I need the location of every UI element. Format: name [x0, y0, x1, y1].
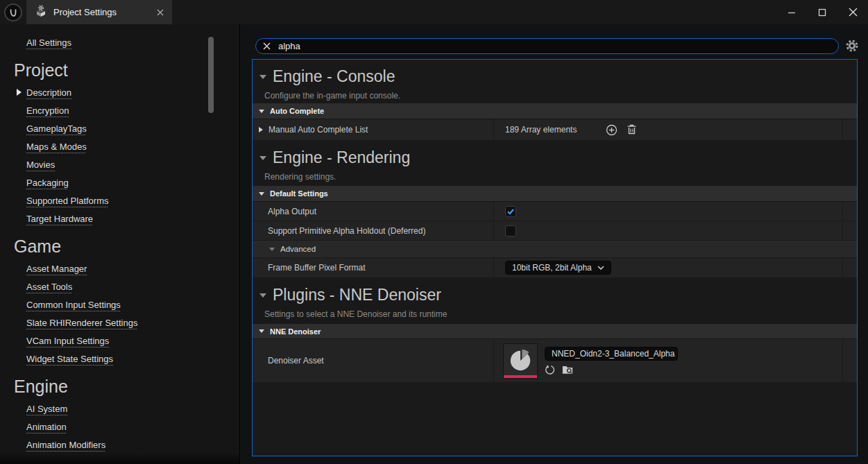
sidebar-item-description[interactable]: Description: [0, 83, 239, 101]
sidebar-item-widget-state-settings[interactable]: Widget State Settings: [0, 350, 239, 368]
browse-to-asset-icon[interactable]: [562, 365, 573, 375]
row-denoiser-asset: Denoiser Asset NNED_Oidn2-3_Balanced_Alp…: [253, 339, 857, 383]
close-button[interactable]: [837, 0, 868, 24]
sidebar-item-common-input-settings[interactable]: Common Input Settings: [0, 295, 239, 313]
section-plugins-nne-denoiser: Plugins - NNE Denoiser Settings to selec…: [253, 278, 857, 324]
array-elements-count: 189 Array elements: [505, 125, 577, 135]
sidebar-item-maps-modes[interactable]: Maps & Modes: [0, 137, 239, 155]
panel-empty-area: [253, 383, 857, 456]
holdout-checkbox-unchecked[interactable]: [505, 225, 516, 237]
row-end-cell: [842, 119, 857, 140]
sidebar-section-game: Game: [14, 234, 239, 258]
row-manual-auto-complete-list: Manual Auto Complete List 189 Array elem…: [253, 119, 857, 141]
chevron-down-icon: [597, 266, 604, 270]
property-label: Denoiser Asset: [268, 356, 324, 366]
sidebar-item-encryption[interactable]: Encryption: [0, 101, 239, 119]
collapse-category-icon: [259, 192, 264, 196]
project-settings-icon: [35, 5, 47, 20]
delete-array-elements-icon[interactable]: [627, 124, 637, 135]
tab-project-settings[interactable]: Project Settings: [26, 0, 172, 24]
sidebar-item-packaging[interactable]: Packaging: [0, 173, 239, 191]
unreal-engine-logo-icon[interactable]: [0, 0, 26, 24]
tab-close-icon[interactable]: [157, 9, 164, 16]
clear-search-icon[interactable]: [262, 41, 272, 51]
use-selected-asset-icon[interactable]: [545, 364, 555, 375]
category-auto-complete[interactable]: Auto Complete: [253, 103, 857, 119]
sidebar-section-project: Project: [14, 58, 239, 82]
sidebar-bottom-fade: [0, 453, 239, 464]
category-default-settings[interactable]: Default Settings: [253, 186, 857, 202]
title-bar: Project Settings: [0, 0, 868, 24]
sidebar-item-all-settings[interactable]: All Settings: [26, 37, 71, 48]
row-end-cell: [842, 221, 857, 240]
search-bar: [255, 38, 839, 54]
section-engine-console: Engine - Console Configure the in-game i…: [253, 60, 857, 103]
collapse-section-icon[interactable]: [259, 75, 266, 79]
section-engine-rendering: Engine - Rendering Rendering settings.: [253, 141, 857, 186]
collapse-advanced-icon: [269, 248, 275, 251]
minimize-button[interactable]: [776, 0, 807, 24]
row-end-cell: [842, 202, 857, 221]
settings-gear-icon[interactable]: [845, 39, 859, 53]
row-end-cell: [842, 258, 857, 277]
asset-thumbnail[interactable]: [503, 343, 538, 379]
add-array-element-icon[interactable]: [606, 124, 618, 136]
section-title: Plugins - NNE Denoiser: [273, 286, 441, 304]
property-label: Support Primitive Alpha Holdout (Deferre…: [268, 226, 425, 236]
denoiser-asset-dropdown[interactable]: NNED_Oidn2-3_Balanced_Alpha: [545, 347, 678, 361]
sidebar-item-vcam-input-settings[interactable]: VCam Input Settings: [0, 332, 239, 350]
maximize-button[interactable]: [807, 0, 837, 24]
property-label: Manual Auto Complete List: [269, 125, 368, 135]
sidebar-item-supported-platforms[interactable]: Supported Platforms: [0, 191, 239, 209]
sidebar-item-animation-modifiers[interactable]: Animation Modifiers: [0, 436, 239, 454]
section-subtitle: Settings to select a NNE Denoiser and it…: [264, 309, 857, 319]
expand-row-icon[interactable]: [259, 127, 263, 132]
row-end-cell: [842, 339, 857, 382]
collapse-section-icon[interactable]: [259, 156, 266, 160]
search-input[interactable]: [255, 38, 839, 54]
settings-sidebar: All Settings Project Description Encrypt…: [0, 24, 240, 464]
tab-title: Project Settings: [53, 7, 117, 17]
selected-item-arrow-icon: [17, 89, 22, 96]
sidebar-item-animation[interactable]: Animation: [0, 418, 239, 436]
sidebar-item-asset-manager[interactable]: Asset Manager: [0, 259, 239, 277]
sidebar-item-asset-tools[interactable]: Asset Tools: [0, 277, 239, 295]
settings-main-area: Engine - Console Configure the in-game i…: [241, 24, 868, 464]
alpha-output-checkbox-checked[interactable]: [505, 206, 516, 217]
sidebar-item-target-hardware[interactable]: Target Hardware: [0, 209, 239, 227]
row-support-primitive-alpha-holdout: Support Primitive Alpha Holdout (Deferre…: [253, 221, 857, 241]
sidebar-item-slate-rhirenderer-settings[interactable]: Slate RHIRenderer Settings: [0, 313, 239, 332]
sidebar-item-movies[interactable]: Movies: [0, 155, 239, 173]
frame-buffer-format-dropdown[interactable]: 10bit RGB, 2bit Alpha: [505, 261, 611, 275]
collapse-category-icon: [259, 329, 264, 333]
section-title: Engine - Console: [273, 67, 395, 86]
sidebar-scrollbar[interactable]: [208, 37, 214, 113]
settings-panel: Engine - Console Configure the in-game i…: [252, 59, 858, 456]
row-alpha-output: Alpha Output: [253, 202, 857, 221]
section-subtitle: Configure the in-game input console.: [264, 91, 857, 101]
sidebar-item-gameplaytags[interactable]: GameplayTags: [0, 119, 239, 137]
property-label: Alpha Output: [268, 207, 316, 216]
section-subtitle: Rendering settings.: [264, 172, 857, 182]
collapse-category-icon: [259, 110, 264, 113]
collapse-section-icon[interactable]: [259, 293, 266, 298]
section-title: Engine - Rendering: [273, 148, 410, 167]
category-nne-denoiser[interactable]: NNE Denoiser: [253, 324, 857, 339]
window-controls: [776, 0, 868, 24]
row-frame-buffer-pixel-format: Frame Buffer Pixel Format 10bit RGB, 2bi…: [253, 258, 857, 278]
sidebar-section-engine: Engine: [14, 375, 239, 398]
asset-type-color-bar: [504, 375, 537, 378]
subcategory-advanced[interactable]: Advanced: [253, 241, 857, 258]
sidebar-item-ai-system[interactable]: AI System: [0, 399, 239, 418]
property-label: Frame Buffer Pixel Format: [268, 263, 365, 273]
pie-chart-thumbnail-icon: [509, 349, 532, 372]
